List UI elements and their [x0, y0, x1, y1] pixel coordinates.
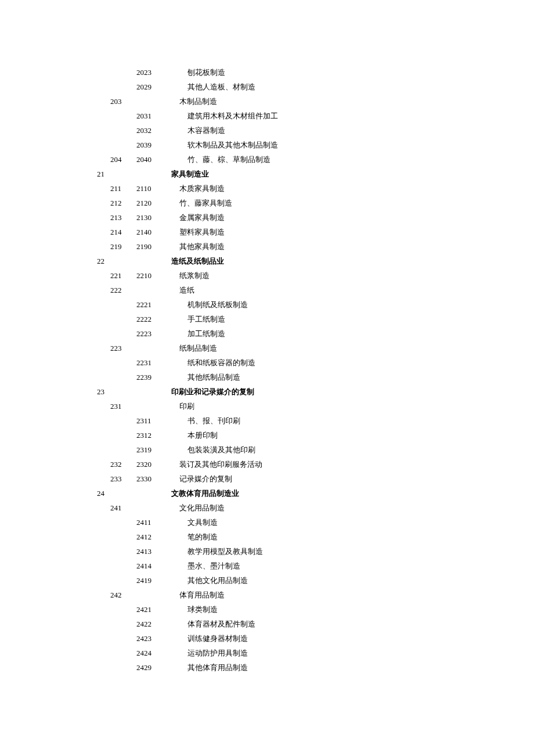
table-row: 223纸制品制造: [0, 341, 534, 355]
code-level-2: 211: [110, 181, 136, 196]
code-level-3: 2032: [136, 123, 171, 138]
table-row: 2429其他体育用品制造: [0, 660, 534, 675]
code-level-2: 222: [110, 283, 136, 297]
table-row: 2192190其他家具制造: [0, 239, 534, 254]
category-name: 印刷业和记录媒介的复制: [171, 384, 534, 399]
code-level-3: 2413: [136, 544, 171, 559]
code-level-3: 2412: [136, 530, 171, 544]
code-level-2: 232: [110, 457, 136, 471]
category-name: 其他文化用品制造: [171, 573, 534, 588]
category-name: 家具制造业: [171, 167, 534, 181]
category-name: 本册印制: [171, 428, 534, 442]
code-level-2: 203: [110, 94, 136, 109]
category-name: 建筑用木料及木材组件加工: [171, 109, 534, 123]
table-row: 2423训练健身器材制造: [0, 631, 534, 646]
code-level-3: 2424: [136, 646, 171, 660]
code-level-3: 2330: [136, 471, 171, 486]
category-name: 造纸: [171, 283, 534, 297]
category-name: 纸浆制造: [171, 268, 534, 283]
table-row: 2322320装订及其他印刷服务活动: [0, 457, 534, 471]
category-name: 其他体育用品制造: [171, 660, 534, 675]
category-name: 装订及其他印刷服务活动: [171, 457, 534, 471]
code-level-3: 2429: [136, 660, 171, 675]
code-level-3: 2312: [136, 428, 171, 442]
table-row: 2031建筑用木料及木材组件加工: [0, 109, 534, 123]
code-level-3: 2130: [136, 210, 171, 225]
code-level-3: 2029: [136, 80, 171, 94]
code-level-3: 2023: [136, 65, 171, 80]
table-row: 242体育用品制造: [0, 588, 534, 602]
table-row: 2222手工纸制造: [0, 312, 534, 326]
code-level-3: 2120: [136, 196, 171, 210]
table-row: 2039软木制品及其他木制品制造: [0, 138, 534, 152]
table-row: 203木制品制造: [0, 94, 534, 109]
code-level-2: 212: [110, 196, 136, 210]
table-row: 22造纸及纸制品业: [0, 254, 534, 268]
table-row: 2122120竹、藤家具制造: [0, 196, 534, 210]
table-row: 2231纸和纸板容器的制造: [0, 355, 534, 370]
code-level-2: 241: [110, 501, 136, 515]
table-row: 2029其他人造板、材制造: [0, 80, 534, 94]
code-level-3: 2140: [136, 225, 171, 239]
category-name: 金属家具制造: [171, 210, 534, 225]
category-name: 加工纸制造: [171, 326, 534, 341]
category-name: 文教体育用品制造业: [171, 486, 534, 501]
category-name: 包装装潢及其他印刷: [171, 442, 534, 457]
table-row: 2412笔的制造: [0, 530, 534, 544]
table-row: 2142140塑料家具制造: [0, 225, 534, 239]
code-level-2: 204: [110, 152, 136, 167]
code-level-3: 2231: [136, 355, 171, 370]
code-level-1: 24: [0, 486, 110, 501]
category-name: 手工纸制造: [171, 312, 534, 326]
table-row: 2413教学用模型及教具制造: [0, 544, 534, 559]
table-row: 2212210纸浆制造: [0, 268, 534, 283]
table-row: 2319包装装潢及其他印刷: [0, 442, 534, 457]
category-name: 记录媒介的复制: [171, 471, 534, 486]
table-row: 2239其他纸制品制造: [0, 370, 534, 384]
table-row: 241文化用品制造: [0, 501, 534, 515]
code-level-3: 2320: [136, 457, 171, 471]
category-name: 竹、藤家具制造: [171, 196, 534, 210]
category-name: 教学用模型及教具制造: [171, 544, 534, 559]
category-name: 木制品制造: [171, 94, 534, 109]
category-name: 训练健身器材制造: [171, 631, 534, 646]
category-name: 塑料家具制造: [171, 225, 534, 239]
table-row: 2223加工纸制造: [0, 326, 534, 341]
code-level-2: 223: [110, 341, 136, 355]
table-row: 2419其他文化用品制造: [0, 573, 534, 588]
code-level-3: 2210: [136, 268, 171, 283]
category-name: 纸和纸板容器的制造: [171, 355, 534, 370]
category-name: 木容器制造: [171, 123, 534, 138]
code-level-3: 2222: [136, 312, 171, 326]
code-level-3: 2421: [136, 602, 171, 617]
code-level-1: 22: [0, 254, 110, 268]
table-row: 2332330记录媒介的复制: [0, 471, 534, 486]
table-row: 2132130金属家具制造: [0, 210, 534, 225]
category-name: 竹、藤、棕、草制品制造: [171, 152, 534, 167]
category-name: 笔的制造: [171, 530, 534, 544]
category-name: 木质家具制造: [171, 181, 534, 196]
category-name: 造纸及纸制品业: [171, 254, 534, 268]
code-level-2: 213: [110, 210, 136, 225]
code-level-2: 231: [110, 399, 136, 413]
code-level-2: 219: [110, 239, 136, 254]
table-row: 2424运动防护用具制造: [0, 646, 534, 660]
code-level-2: 221: [110, 268, 136, 283]
table-row: 2032木容器制造: [0, 123, 534, 138]
code-level-3: 2411: [136, 515, 171, 530]
code-level-1: 23: [0, 384, 110, 399]
category-name: 运动防护用具制造: [171, 646, 534, 660]
table-row: 2422体育器材及配件制造: [0, 617, 534, 631]
code-level-3: 2311: [136, 413, 171, 428]
code-level-3: 2239: [136, 370, 171, 384]
code-level-1: 21: [0, 167, 110, 181]
classification-table: 2023刨花板制造2029其他人造板、材制造203木制品制造2031建筑用木料及…: [0, 65, 534, 675]
category-name: 书、报、刊印刷: [171, 413, 534, 428]
table-row: 2221机制纸及纸板制造: [0, 297, 534, 312]
category-name: 文化用品制造: [171, 501, 534, 515]
code-level-3: 2190: [136, 239, 171, 254]
table-row: 2421球类制造: [0, 602, 534, 617]
table-row: 21家具制造业: [0, 167, 534, 181]
category-name: 其他家具制造: [171, 239, 534, 254]
code-level-3: 2423: [136, 631, 171, 646]
